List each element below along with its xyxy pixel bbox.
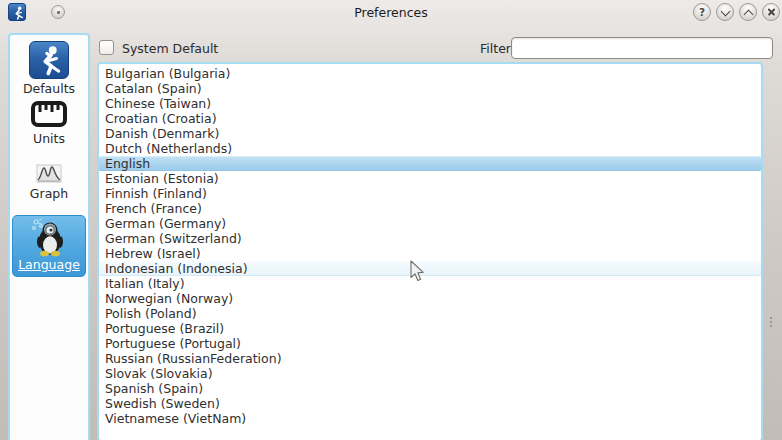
penguin-icon	[27, 217, 71, 257]
maximize-button[interactable]	[739, 3, 757, 21]
list-item[interactable]: German (Germany)	[99, 216, 761, 231]
list-item[interactable]: Catalan (Spain)	[99, 81, 761, 96]
help-button[interactable]: ?	[693, 3, 711, 21]
titlebar[interactable]: Preferences ?	[0, 0, 782, 28]
question-icon: ?	[699, 6, 705, 18]
sidebar-item-defaults[interactable]: Defaults	[12, 41, 86, 96]
sidebar-item-graph[interactable]: Graph	[12, 164, 86, 201]
system-default-label[interactable]: System Default	[122, 41, 218, 56]
list-item[interactable]: Dutch (Netherlands)	[99, 141, 761, 156]
close-icon	[763, 4, 779, 20]
list-item[interactable]: Norwegian (Norway)	[99, 291, 761, 306]
close-button[interactable]	[762, 3, 780, 21]
sidebar-item-label: Defaults	[12, 81, 86, 96]
graph-icon	[36, 164, 62, 184]
diver-icon	[29, 41, 69, 79]
list-item[interactable]: Vietnamese (VietNam)	[99, 411, 761, 426]
list-item[interactable]: Portuguese (Brazil)	[99, 321, 761, 336]
list-item[interactable]: Danish (Denmark)	[99, 126, 761, 141]
sidebar-item-label: Graph	[12, 186, 86, 201]
list-item[interactable]: Bulgarian (Bulgaria)	[99, 66, 761, 81]
window-resize-grip[interactable]	[770, 317, 773, 329]
sidebar-item-label: Language	[13, 257, 85, 272]
list-item[interactable]: Croatian (Croatia)	[99, 111, 761, 126]
language-list[interactable]: Bulgarian (Bulgaria)Catalan (Spain)Chine…	[97, 62, 763, 440]
list-item[interactable]: Slovak (Slovakia)	[99, 366, 761, 381]
preferences-sidebar: Defaults Units Graph	[8, 33, 90, 440]
list-item[interactable]: Polish (Poland)	[99, 306, 761, 321]
list-item[interactable]: Spanish (Spain)	[99, 381, 761, 396]
list-item[interactable]: Swedish (Sweden)	[99, 396, 761, 411]
list-item[interactable]: Russian (RussianFederation)	[99, 351, 761, 366]
sidebar-item-units[interactable]: Units	[12, 99, 86, 146]
sidebar-item-language[interactable]: Language	[12, 215, 86, 277]
list-item[interactable]: Portuguese (Portugal)	[99, 336, 761, 351]
sidebar-item-label: Units	[12, 131, 86, 146]
list-item[interactable]: English	[99, 156, 761, 171]
list-item[interactable]: Estonian (Estonia)	[99, 171, 761, 186]
filter-input[interactable]	[511, 37, 773, 59]
ruler-icon	[30, 99, 68, 129]
list-item[interactable]: Indonesian (Indonesia)	[99, 261, 761, 276]
window-title: Preferences	[0, 5, 782, 20]
list-item[interactable]: Hebrew (Israel)	[99, 246, 761, 261]
list-item[interactable]: Chinese (Taiwan)	[99, 96, 761, 111]
list-item[interactable]: Finnish (Finland)	[99, 186, 761, 201]
list-item[interactable]: German (Switzerland)	[99, 231, 761, 246]
filter-label: Filter	[480, 41, 511, 56]
chevron-down-icon	[720, 6, 730, 16]
list-item[interactable]: French (France)	[99, 201, 761, 216]
minimize-button[interactable]	[716, 3, 734, 21]
chevron-up-icon	[743, 9, 753, 19]
list-item[interactable]: Italian (Italy)	[99, 276, 761, 291]
system-default-checkbox[interactable]	[99, 40, 114, 55]
